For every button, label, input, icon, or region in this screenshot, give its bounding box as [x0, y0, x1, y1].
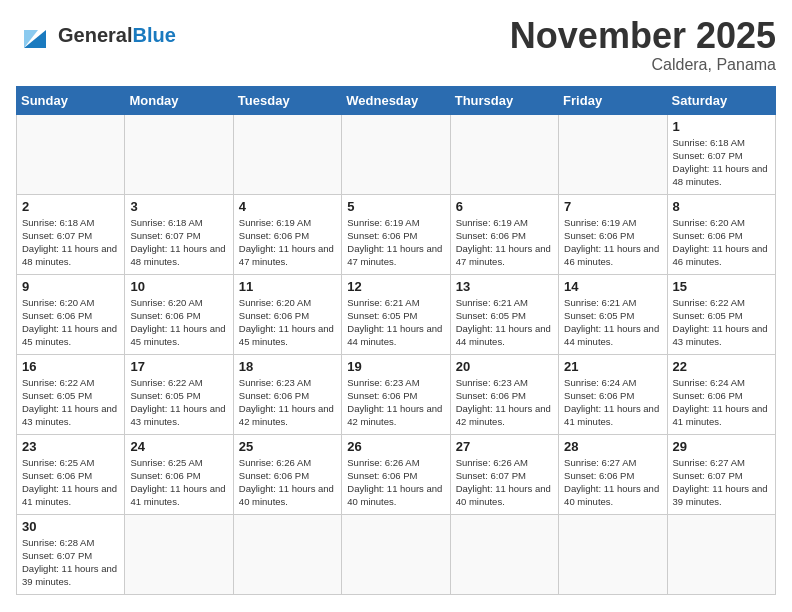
title-block: November 2025 Caldera, Panama: [510, 16, 776, 74]
calendar-cell: 8Sunrise: 6:20 AM Sunset: 6:06 PM Daylig…: [667, 194, 775, 274]
calendar-cell: [450, 514, 558, 594]
logo-text: GeneralBlue: [58, 24, 176, 46]
calendar-cell: 16Sunrise: 6:22 AM Sunset: 6:05 PM Dayli…: [17, 354, 125, 434]
calendar-cell: 27Sunrise: 6:26 AM Sunset: 6:07 PM Dayli…: [450, 434, 558, 514]
day-number: 3: [130, 199, 227, 214]
day-number: 16: [22, 359, 119, 374]
weekday-header-row: SundayMondayTuesdayWednesdayThursdayFrid…: [17, 86, 776, 114]
calendar-cell: [17, 114, 125, 194]
day-info: Sunrise: 6:25 AM Sunset: 6:06 PM Dayligh…: [22, 456, 119, 509]
day-number: 4: [239, 199, 336, 214]
calendar-cell: [559, 514, 667, 594]
day-info: Sunrise: 6:25 AM Sunset: 6:06 PM Dayligh…: [130, 456, 227, 509]
day-number: 24: [130, 439, 227, 454]
page-header: GeneralBlue November 2025 Caldera, Panam…: [16, 16, 776, 74]
day-info: Sunrise: 6:26 AM Sunset: 6:06 PM Dayligh…: [239, 456, 336, 509]
day-number: 27: [456, 439, 553, 454]
calendar-cell: 13Sunrise: 6:21 AM Sunset: 6:05 PM Dayli…: [450, 274, 558, 354]
month-title: November 2025: [510, 16, 776, 56]
calendar-cell: [342, 114, 450, 194]
day-number: 12: [347, 279, 444, 294]
calendar-cell: [342, 514, 450, 594]
day-number: 6: [456, 199, 553, 214]
day-info: Sunrise: 6:27 AM Sunset: 6:07 PM Dayligh…: [673, 456, 770, 509]
day-info: Sunrise: 6:20 AM Sunset: 6:06 PM Dayligh…: [130, 296, 227, 349]
calendar-cell: 30Sunrise: 6:28 AM Sunset: 6:07 PM Dayli…: [17, 514, 125, 594]
day-info: Sunrise: 6:26 AM Sunset: 6:06 PM Dayligh…: [347, 456, 444, 509]
day-info: Sunrise: 6:21 AM Sunset: 6:05 PM Dayligh…: [347, 296, 444, 349]
day-number: 11: [239, 279, 336, 294]
day-number: 18: [239, 359, 336, 374]
day-number: 21: [564, 359, 661, 374]
day-info: Sunrise: 6:19 AM Sunset: 6:06 PM Dayligh…: [564, 216, 661, 269]
day-info: Sunrise: 6:24 AM Sunset: 6:06 PM Dayligh…: [564, 376, 661, 429]
calendar-cell: [450, 114, 558, 194]
day-number: 19: [347, 359, 444, 374]
day-number: 22: [673, 359, 770, 374]
logo-icon: [16, 16, 54, 54]
day-number: 1: [673, 119, 770, 134]
day-info: Sunrise: 6:22 AM Sunset: 6:05 PM Dayligh…: [673, 296, 770, 349]
weekday-saturday: Saturday: [667, 86, 775, 114]
calendar-cell: [233, 114, 341, 194]
day-number: 25: [239, 439, 336, 454]
calendar-cell: 11Sunrise: 6:20 AM Sunset: 6:06 PM Dayli…: [233, 274, 341, 354]
day-number: 2: [22, 199, 119, 214]
day-info: Sunrise: 6:20 AM Sunset: 6:06 PM Dayligh…: [239, 296, 336, 349]
calendar-week-1: 2Sunrise: 6:18 AM Sunset: 6:07 PM Daylig…: [17, 194, 776, 274]
day-number: 13: [456, 279, 553, 294]
day-info: Sunrise: 6:22 AM Sunset: 6:05 PM Dayligh…: [22, 376, 119, 429]
calendar-cell: 22Sunrise: 6:24 AM Sunset: 6:06 PM Dayli…: [667, 354, 775, 434]
calendar-cell: 5Sunrise: 6:19 AM Sunset: 6:06 PM Daylig…: [342, 194, 450, 274]
day-number: 15: [673, 279, 770, 294]
day-info: Sunrise: 6:24 AM Sunset: 6:06 PM Dayligh…: [673, 376, 770, 429]
logo: GeneralBlue: [16, 16, 176, 54]
day-number: 30: [22, 519, 119, 534]
day-number: 5: [347, 199, 444, 214]
day-number: 8: [673, 199, 770, 214]
location-title: Caldera, Panama: [510, 56, 776, 74]
day-info: Sunrise: 6:19 AM Sunset: 6:06 PM Dayligh…: [456, 216, 553, 269]
day-number: 23: [22, 439, 119, 454]
day-info: Sunrise: 6:23 AM Sunset: 6:06 PM Dayligh…: [239, 376, 336, 429]
day-number: 29: [673, 439, 770, 454]
calendar-cell: [559, 114, 667, 194]
calendar-cell: 4Sunrise: 6:19 AM Sunset: 6:06 PM Daylig…: [233, 194, 341, 274]
calendar-cell: 19Sunrise: 6:23 AM Sunset: 6:06 PM Dayli…: [342, 354, 450, 434]
weekday-friday: Friday: [559, 86, 667, 114]
calendar-week-5: 30Sunrise: 6:28 AM Sunset: 6:07 PM Dayli…: [17, 514, 776, 594]
day-info: Sunrise: 6:21 AM Sunset: 6:05 PM Dayligh…: [456, 296, 553, 349]
calendar-cell: 25Sunrise: 6:26 AM Sunset: 6:06 PM Dayli…: [233, 434, 341, 514]
calendar-body: 1Sunrise: 6:18 AM Sunset: 6:07 PM Daylig…: [17, 114, 776, 594]
calendar-week-3: 16Sunrise: 6:22 AM Sunset: 6:05 PM Dayli…: [17, 354, 776, 434]
weekday-monday: Monday: [125, 86, 233, 114]
calendar-cell: 18Sunrise: 6:23 AM Sunset: 6:06 PM Dayli…: [233, 354, 341, 434]
day-number: 28: [564, 439, 661, 454]
day-number: 26: [347, 439, 444, 454]
day-info: Sunrise: 6:22 AM Sunset: 6:05 PM Dayligh…: [130, 376, 227, 429]
calendar-cell: [125, 514, 233, 594]
calendar-cell: 21Sunrise: 6:24 AM Sunset: 6:06 PM Dayli…: [559, 354, 667, 434]
calendar-week-4: 23Sunrise: 6:25 AM Sunset: 6:06 PM Dayli…: [17, 434, 776, 514]
calendar-cell: [233, 514, 341, 594]
calendar-cell: 1Sunrise: 6:18 AM Sunset: 6:07 PM Daylig…: [667, 114, 775, 194]
day-info: Sunrise: 6:19 AM Sunset: 6:06 PM Dayligh…: [239, 216, 336, 269]
day-info: Sunrise: 6:21 AM Sunset: 6:05 PM Dayligh…: [564, 296, 661, 349]
day-number: 9: [22, 279, 119, 294]
calendar-cell: [125, 114, 233, 194]
calendar-cell: 12Sunrise: 6:21 AM Sunset: 6:05 PM Dayli…: [342, 274, 450, 354]
day-info: Sunrise: 6:20 AM Sunset: 6:06 PM Dayligh…: [673, 216, 770, 269]
weekday-wednesday: Wednesday: [342, 86, 450, 114]
calendar-cell: 2Sunrise: 6:18 AM Sunset: 6:07 PM Daylig…: [17, 194, 125, 274]
day-info: Sunrise: 6:18 AM Sunset: 6:07 PM Dayligh…: [673, 136, 770, 189]
calendar-cell: 26Sunrise: 6:26 AM Sunset: 6:06 PM Dayli…: [342, 434, 450, 514]
day-info: Sunrise: 6:28 AM Sunset: 6:07 PM Dayligh…: [22, 536, 119, 589]
day-number: 17: [130, 359, 227, 374]
calendar-cell: 29Sunrise: 6:27 AM Sunset: 6:07 PM Dayli…: [667, 434, 775, 514]
calendar-cell: 9Sunrise: 6:20 AM Sunset: 6:06 PM Daylig…: [17, 274, 125, 354]
calendar-cell: 17Sunrise: 6:22 AM Sunset: 6:05 PM Dayli…: [125, 354, 233, 434]
calendar-cell: 10Sunrise: 6:20 AM Sunset: 6:06 PM Dayli…: [125, 274, 233, 354]
calendar-cell: 7Sunrise: 6:19 AM Sunset: 6:06 PM Daylig…: [559, 194, 667, 274]
day-info: Sunrise: 6:18 AM Sunset: 6:07 PM Dayligh…: [130, 216, 227, 269]
weekday-sunday: Sunday: [17, 86, 125, 114]
